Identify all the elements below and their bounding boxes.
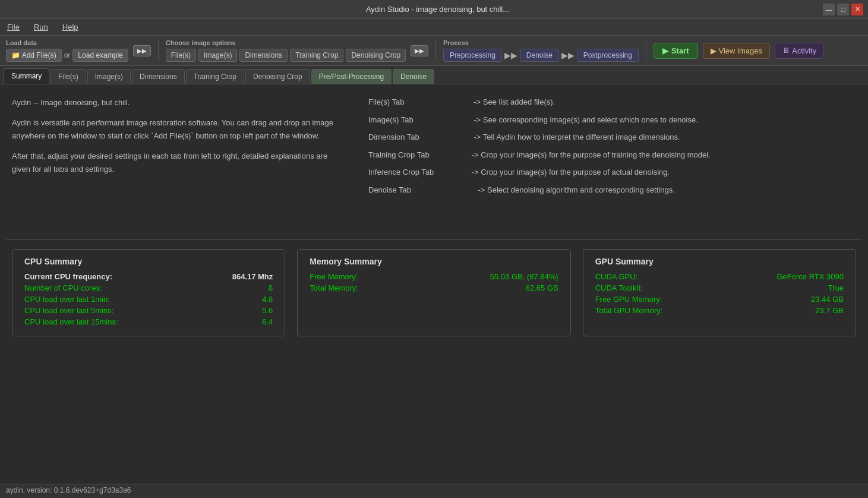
cpu-card: CPU Summary Current CPU frequency: 864.1… — [12, 249, 285, 336]
cuda-toolkit-value: True — [828, 283, 844, 292]
minimize-button[interactable]: — — [823, 4, 835, 15]
tab-denoising-crop[interactable]: Denoising Crop — [245, 69, 310, 84]
tab-desc-training-text: Crop your image(s) for the purpose of tr… — [481, 149, 711, 161]
content-right: File(s) Tab -> See list added file(s). I… — [368, 96, 856, 227]
tab-summary[interactable]: Summary — [4, 68, 49, 84]
tab-desc-images: Image(s) Tab -> See corresponding image(… — [368, 114, 856, 126]
intro-text-3: After that, adjust your desired settings… — [12, 150, 345, 176]
tab-desc-inference-label: Inference Crop Tab — [368, 166, 469, 178]
process-label: Process — [443, 39, 639, 46]
total-gpu-row: Total GPU Memory: 23.7 GB — [595, 306, 844, 315]
tab-desc-dimensions-label: Dimension Tab — [368, 131, 469, 143]
tab-desc-dimensions-text: Tell Aydin how to interpret the differen… — [483, 131, 680, 143]
tab-desc-inference-text: Crop your image(s) for the purpose of ac… — [481, 166, 670, 178]
tab-desc-images-text: See corresponding image(s) and select wh… — [483, 114, 698, 126]
toolbar: Load data Add File(s) or Load example ▶▶… — [0, 36, 868, 66]
gpu-title: GPU Summary — [595, 257, 844, 266]
free-memory-value: 55.03 GB, (87.84%) — [490, 272, 558, 281]
close-button[interactable]: ✕ — [851, 4, 863, 15]
or-text: or — [64, 51, 71, 59]
cpu-freq-value: 864.17 Mhz — [232, 272, 273, 281]
menu-file[interactable]: File — [4, 21, 23, 33]
content-area: Aydin -- Image denoising, but chill. Ayd… — [0, 84, 868, 239]
tab-denoise[interactable]: Denoise — [393, 69, 434, 84]
cpu-load15-label: CPU load over last 15mins: — [24, 317, 118, 326]
process-row: Preprocessing ▶▶ Denoise ▶▶ Postprocessi… — [443, 49, 639, 62]
tab-training-crop[interactable]: Training Crop — [186, 69, 244, 84]
tab-pre-post-processing[interactable]: Pre/Post-Processing — [311, 69, 392, 84]
free-gpu-value: 23.44 GB — [811, 295, 844, 304]
preprocessing-button[interactable]: Preprocessing — [443, 49, 502, 62]
maximize-button[interactable]: □ — [837, 4, 849, 15]
cpu-freq-label: Current CPU frequency: — [24, 272, 112, 281]
postprocessing-button[interactable]: Postprocessing — [577, 49, 639, 62]
tab-desc-denoise-label: Denoise Tab — [368, 184, 469, 196]
toolbar-tab-denoising-crop[interactable]: Denoising Crop — [346, 49, 406, 62]
image-tabs-row: File(s) Image(s) Dimensions Training Cro… — [166, 49, 406, 62]
tab-desc-files-label: File(s) Tab — [368, 96, 469, 108]
cpu-load5-value: 5.6 — [262, 306, 273, 315]
title-bar: Aydin Studio - image denoising, but chil… — [0, 0, 868, 19]
tab-desc-denoise-text: Select denoising algorithm and correspon… — [487, 184, 675, 196]
intro-text-2: Aydin is versatile and performant image … — [12, 116, 345, 143]
cpu-load5-row: CPU load over last 5mins: 5.6 — [24, 306, 273, 315]
tab-desc-training-crop: Training Crop Tab -> Crop your image(s) … — [368, 149, 856, 161]
hardware-section: CPU Summary Current CPU frequency: 864.1… — [0, 239, 868, 346]
cpu-load1-label: CPU load over last 1min: — [24, 295, 110, 304]
cpu-cores-value: 8 — [269, 283, 273, 292]
choose-image-section: Choose image options File(s) Image(s) Di… — [166, 39, 406, 62]
cuda-toolkit-label: CUDA Toolkit: — [595, 283, 643, 292]
start-button[interactable]: Start — [654, 43, 698, 59]
total-memory-label: Total Memory: — [310, 283, 358, 292]
total-gpu-label: Total GPU Memory: — [595, 306, 662, 315]
load-data-label: Load data — [6, 39, 128, 46]
tab-images[interactable]: Image(s) — [87, 69, 131, 84]
add-files-button[interactable]: Add File(s) — [6, 49, 62, 62]
memory-title: Memory Summary — [310, 257, 558, 266]
tab-files[interactable]: File(s) — [50, 69, 86, 84]
free-memory-row: Free Memory: 55.03 GB, (87.84%) — [310, 272, 558, 281]
toolbar-tab-files[interactable]: File(s) — [166, 49, 196, 62]
status-bar: aydin, version: 0.1.6.dev623+g7d3a3a6 — [0, 484, 868, 498]
tab-desc-dimensions: Dimension Tab -> Tell Aydin how to inter… — [368, 131, 856, 143]
total-memory-value: 62.65 GB — [526, 283, 558, 292]
load-arrow-button[interactable]: ▶▶ — [133, 45, 151, 56]
view-images-button[interactable]: View images — [703, 43, 770, 59]
status-text: aydin, version: 0.1.6.dev623+g7d3a3a6 — [6, 486, 131, 494]
window-title: Aydin Studio - image denoising, but chil… — [52, 5, 823, 14]
image-arrow-button[interactable]: ▶▶ — [411, 45, 428, 56]
total-gpu-value: 23.7 GB — [815, 306, 844, 315]
cpu-load15-value: 6.4 — [262, 317, 273, 326]
cpu-load1-value: 4.8 — [262, 295, 273, 304]
cpu-load15-row: CPU load over last 15mins: 6.4 — [24, 317, 273, 326]
cpu-load5-label: CPU load over last 5mins: — [24, 306, 113, 315]
memory-card: Memory Summary Free Memory: 55.03 GB, (8… — [297, 249, 570, 336]
menu-run[interactable]: Run — [30, 21, 52, 33]
cpu-freq-row: Current CPU frequency: 864.17 Mhz — [24, 272, 273, 281]
load-data-row: Add File(s) or Load example — [6, 49, 128, 62]
activity-button[interactable]: Activity — [775, 43, 824, 59]
menu-help[interactable]: Help — [59, 21, 82, 33]
load-example-button[interactable]: Load example — [72, 49, 128, 62]
total-memory-row: Total Memory: 62.65 GB — [310, 283, 558, 292]
tab-desc-inference-crop: Inference Crop Tab -> Crop your image(s)… — [368, 166, 856, 178]
free-memory-label: Free Memory: — [310, 272, 358, 281]
free-gpu-row: Free GPU Memory: 23.44 GB — [595, 295, 844, 304]
load-data-section: Load data Add File(s) or Load example — [6, 39, 128, 62]
gpu-card: GPU Summary CUDA GPU: GeForce RTX 3090 C… — [583, 249, 856, 336]
toolbar-tab-dimensions[interactable]: Dimensions — [239, 49, 288, 62]
toolbar-tab-images[interactable]: Image(s) — [198, 49, 237, 62]
choose-image-label: Choose image options — [166, 39, 406, 46]
tab-desc-files-text: See list added file(s). — [483, 96, 555, 108]
toolbar-tab-training-crop[interactable]: Training Crop — [290, 49, 343, 62]
tab-desc-images-label: Image(s) Tab — [368, 114, 469, 126]
cpu-cores-row: Number of CPU cores: 8 — [24, 283, 273, 292]
tab-desc-denoise-sep: -> — [469, 184, 487, 196]
denoise-process-button[interactable]: Denoise — [520, 49, 559, 62]
menu-bar: File Run Help — [0, 19, 868, 36]
tab-dimensions[interactable]: Dimensions — [132, 69, 185, 84]
tab-desc-files-sep: -> — [469, 96, 483, 108]
tab-desc-denoise: Denoise Tab -> Select denoising algorith… — [368, 184, 856, 196]
title-controls: — □ ✕ — [823, 4, 863, 15]
content-left: Aydin -- Image denoising, but chill. Ayd… — [12, 96, 345, 227]
